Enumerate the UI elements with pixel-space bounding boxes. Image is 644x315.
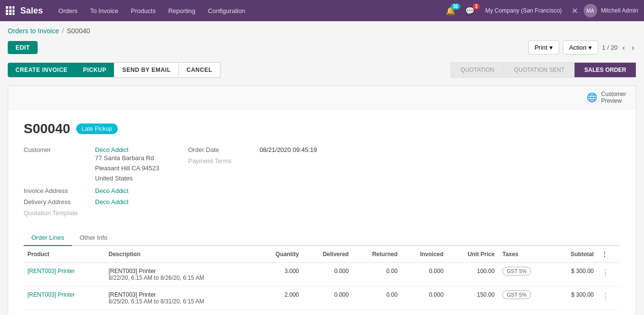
svg-rect-6: [6, 13, 8, 15]
customer-preview-bar: 🌐 CustomerPreview: [8, 86, 636, 110]
order-id-header: S00040 Late Pickup: [24, 121, 620, 137]
order-date-label: Order Date: [188, 146, 256, 153]
close-icon[interactable]: ✕: [570, 4, 580, 17]
col-description: Description: [105, 246, 257, 263]
col-quantity: Quantity: [257, 246, 302, 263]
row1-taxes: GST 5%: [498, 263, 552, 287]
row1-subtotal: $ 300.00: [552, 263, 598, 287]
send-by-email-button[interactable]: SEND BY EMAIL: [114, 62, 178, 78]
tab-order-lines[interactable]: Order Lines: [24, 230, 72, 246]
breadcrumb-separator: /: [62, 27, 64, 35]
col-product: Product: [24, 246, 105, 263]
table-header-row: Product Description Quantity Delivered R…: [24, 246, 620, 263]
print-button[interactable]: Print ▾: [528, 41, 559, 55]
nav-products[interactable]: Products: [125, 3, 161, 18]
svg-rect-5: [13, 10, 14, 12]
nav-orders[interactable]: Orders: [53, 3, 83, 18]
row2-menu[interactable]: ⋮: [598, 287, 620, 310]
delivery-address-field: Delivery Address Deco Addict: [24, 198, 159, 205]
col-delivered: Delivered: [303, 246, 353, 263]
invoice-address-field: Invoice Address Deco Addict: [24, 187, 159, 194]
payment-terms-label: Payment Terms: [188, 157, 256, 164]
row2-subtotal: $ 300.00: [552, 287, 598, 310]
row1-invoiced: 0.000: [401, 263, 447, 287]
row2-product[interactable]: [RENT003] Printer: [24, 287, 105, 310]
page-wrapper: Orders to Invoice / S00040 EDIT Print ▾ …: [0, 21, 644, 315]
tab-other-info[interactable]: Other Info: [72, 230, 115, 246]
messages-badge: 3: [473, 3, 480, 10]
create-invoice-button[interactable]: CREATE INVOICE: [8, 63, 75, 77]
col-taxes: Taxes: [498, 246, 552, 263]
notifications-bell[interactable]: 🔔 36: [443, 4, 458, 17]
row2-quantity: 2.000: [257, 287, 302, 310]
toolbar: EDIT Print ▾ Action ▾ 1 / 20 ‹ ›: [8, 41, 636, 55]
user-name[interactable]: Mitchell Admin: [601, 7, 638, 14]
late-pickup-badge: Late Pickup: [76, 123, 118, 134]
print-label: Print: [534, 44, 548, 51]
row1-menu[interactable]: ⋮: [598, 263, 620, 287]
edit-button[interactable]: EDIT: [8, 41, 38, 54]
apps-menu-icon[interactable]: [6, 6, 14, 15]
nav-configuration[interactable]: Configuration: [202, 3, 251, 18]
col-unit-price: Unit Price: [447, 246, 498, 263]
cancel-button[interactable]: CANCEL: [179, 62, 220, 78]
action-bar: CREATE INVOICE PICKUP SEND BY EMAIL CANC…: [8, 58, 636, 82]
globe-icon: 🌐: [587, 92, 597, 103]
messages-icon[interactable]: 💬 3: [462, 4, 478, 17]
row1-quantity: 3.000: [257, 263, 302, 287]
order-date-field: Order Date 08/21/2020 09:45:19: [188, 146, 317, 153]
table-row: [RENT003] Printer [RENT003] Printer 8/22…: [24, 263, 620, 287]
col-invoiced: Invoiced: [401, 246, 447, 263]
nav-menu: Orders To Invoice Products Reporting Con…: [53, 3, 251, 18]
nav-reporting[interactable]: Reporting: [163, 3, 201, 18]
delivery-address-label: Delivery Address: [24, 198, 91, 205]
notifications-badge: 36: [451, 3, 460, 10]
row2-description: [RENT003] Printer 8/25/20, 6:15 AM to 8/…: [105, 287, 257, 310]
row2-taxes: GST 5%: [498, 287, 552, 310]
row1-delivered: 0.000: [303, 263, 353, 287]
customer-name-link[interactable]: Deco Addict: [95, 146, 159, 153]
status-bar: QUOTATION QUOTATION SENT SALES ORDER: [451, 62, 636, 78]
invoice-address-value[interactable]: Deco Addict: [95, 187, 128, 194]
customer-field: Customer Deco Addict 77 Santa Barbara Rd…: [24, 146, 159, 183]
svg-rect-1: [9, 6, 12, 9]
svg-rect-3: [6, 10, 8, 12]
pagination-prev[interactable]: ‹: [620, 42, 627, 53]
pagination-next[interactable]: ›: [630, 42, 636, 53]
order-lines-table: Product Description Quantity Delivered R…: [24, 246, 620, 310]
order-date-section: Order Date 08/21/2020 09:45:19 Payment T…: [188, 146, 317, 220]
nav-to-invoice[interactable]: To Invoice: [84, 3, 124, 18]
user-avatar[interactable]: MA: [584, 4, 597, 17]
invoice-address-label: Invoice Address: [24, 187, 91, 194]
row1-unit-price: 100.00: [447, 263, 498, 287]
action-button[interactable]: Action ▾: [563, 41, 598, 55]
doc-body: S00040 Late Pickup Customer Deco Addict …: [8, 110, 636, 315]
pickup-button[interactable]: PICKUP: [75, 63, 114, 77]
action-chevron-icon: ▾: [589, 44, 592, 51]
row2-returned: 0.00: [353, 287, 401, 310]
delivery-address-value[interactable]: Deco Addict: [95, 198, 128, 205]
order-date-value: 08/21/2020 09:45:19: [260, 146, 317, 153]
status-quotation-sent[interactable]: QUOTATION SENT: [504, 62, 575, 78]
breadcrumb-current: S00040: [67, 27, 90, 35]
nav-right: 🔔 36 💬 3 My Company (San Francisco) ✕ MA…: [443, 4, 638, 17]
breadcrumb-parent[interactable]: Orders to Invoice: [8, 27, 59, 35]
customer-label: Customer: [24, 146, 91, 183]
tabs: Order Lines Other Info: [24, 230, 620, 246]
document-card: 🌐 CustomerPreview S00040 Late Pickup Cus…: [8, 85, 636, 315]
row2-delivered: 0.000: [303, 287, 353, 310]
status-quotation[interactable]: QUOTATION: [451, 62, 505, 78]
svg-rect-7: [9, 13, 12, 15]
row1-returned: 0.00: [353, 263, 401, 287]
pagination: 1 / 20 ‹ ›: [602, 42, 636, 53]
row1-product[interactable]: [RENT003] Printer: [24, 263, 105, 287]
company-selector[interactable]: My Company (San Francisco): [481, 5, 566, 16]
nav-brand: Sales: [20, 6, 43, 16]
customer-preview-label[interactable]: CustomerPreview: [601, 91, 626, 104]
status-sales-order[interactable]: SALES ORDER: [575, 62, 636, 78]
svg-rect-0: [6, 6, 8, 9]
order-id-text: S00040: [24, 121, 70, 137]
table-row: [RENT003] Printer [RENT003] Printer 8/25…: [24, 287, 620, 310]
pagination-text: 1 / 20: [602, 44, 618, 51]
col-menu: ⋮: [598, 246, 620, 263]
